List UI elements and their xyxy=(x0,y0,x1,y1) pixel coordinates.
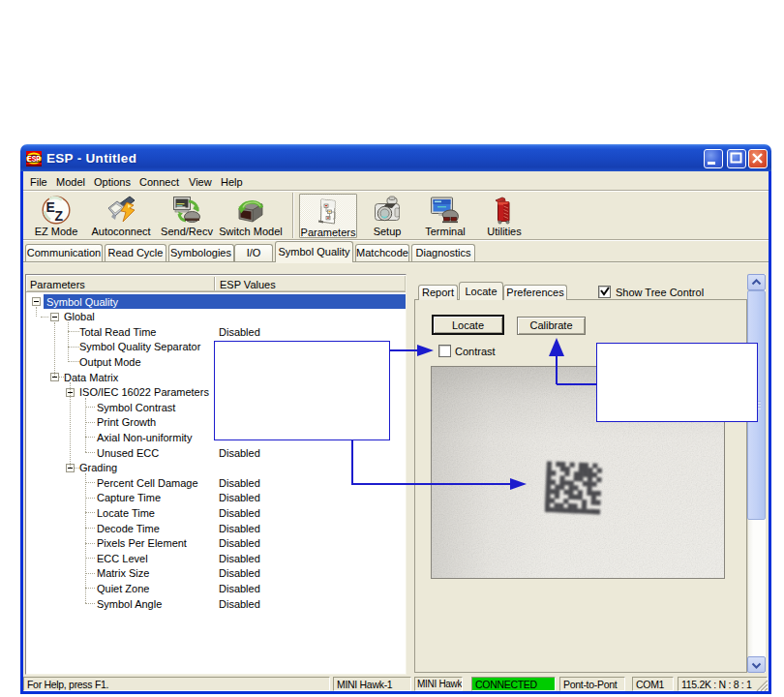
svg-text:ESP: ESP xyxy=(27,153,41,164)
svg-text:Z: Z xyxy=(55,208,64,224)
svg-text:E: E xyxy=(46,199,55,215)
